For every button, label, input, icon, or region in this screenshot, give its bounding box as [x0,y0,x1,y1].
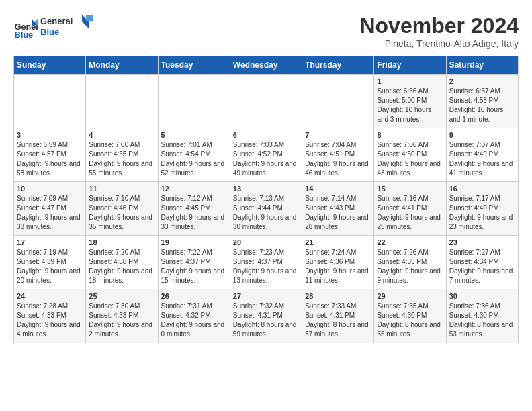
day-info: Sunrise: 7:24 AM Sunset: 4:36 PM Dayligh… [305,248,371,285]
calendar-cell [302,75,374,128]
calendar-cell [158,75,230,128]
day-number: 12 [161,185,227,193]
calendar-cell: 8Sunrise: 7:06 AM Sunset: 4:50 PM Daylig… [374,128,446,182]
location-subtitle: Pineta, Trentino-Alto Adige, Italy [359,38,519,49]
calendar-cell: 23Sunrise: 7:27 AM Sunset: 4:34 PM Dayli… [446,236,518,289]
day-number: 11 [89,185,154,193]
calendar-cell: 21Sunrise: 7:24 AM Sunset: 4:36 PM Dayli… [302,236,374,289]
day-info: Sunrise: 7:13 AM Sunset: 4:44 PM Dayligh… [233,194,299,232]
calendar-week-5: 24Sunrise: 7:28 AM Sunset: 4:33 PM Dayli… [14,289,519,343]
calendar-cell: 25Sunrise: 7:30 AM Sunset: 4:33 PM Dayli… [86,289,158,343]
day-header-monday: Monday [86,56,158,75]
day-info: Sunrise: 6:56 AM Sunset: 5:00 PM Dayligh… [377,87,443,124]
day-number: 1 [377,77,443,85]
day-number: 30 [449,292,515,300]
calendar-cell: 6Sunrise: 7:03 AM Sunset: 4:52 PM Daylig… [230,128,302,182]
calendar-cell: 4Sunrise: 7:00 AM Sunset: 4:55 PM Daylig… [86,128,158,182]
day-number: 22 [377,238,443,246]
day-info: Sunrise: 7:16 AM Sunset: 4:41 PM Dayligh… [377,194,443,232]
calendar-cell: 22Sunrise: 7:26 AM Sunset: 4:35 PM Dayli… [374,236,446,289]
day-header-saturday: Saturday [446,56,518,75]
day-number: 29 [377,292,443,300]
calendar-cell: 26Sunrise: 7:31 AM Sunset: 4:32 PM Dayli… [158,289,230,343]
day-info: Sunrise: 7:35 AM Sunset: 4:30 PM Dayligh… [377,302,443,339]
logo-icon: General Blue [13,16,38,40]
day-info: Sunrise: 7:28 AM Sunset: 4:33 PM Dayligh… [17,302,83,339]
day-info: Sunrise: 7:14 AM Sunset: 4:43 PM Dayligh… [305,194,371,232]
calendar-cell [230,75,302,128]
calendar-cell [14,75,86,128]
calendar-week-1: 1Sunrise: 6:56 AM Sunset: 5:00 PM Daylig… [14,75,519,128]
calendar-cell: 9Sunrise: 7:07 AM Sunset: 4:49 PM Daylig… [446,128,518,182]
day-number: 13 [233,185,299,193]
calendar-cell: 28Sunrise: 7:33 AM Sunset: 4:31 PM Dayli… [302,289,374,343]
calendar-cell: 7Sunrise: 7:04 AM Sunset: 4:51 PM Daylig… [302,128,374,182]
day-header-thursday: Thursday [302,56,374,75]
day-info: Sunrise: 7:03 AM Sunset: 4:52 PM Dayligh… [233,140,299,178]
day-info: Sunrise: 7:33 AM Sunset: 4:31 PM Dayligh… [305,302,371,339]
day-number: 24 [17,292,83,300]
day-info: Sunrise: 7:10 AM Sunset: 4:46 PM Dayligh… [89,194,154,232]
day-info: Sunrise: 7:07 AM Sunset: 4:49 PM Dayligh… [449,140,515,178]
calendar-cell: 1Sunrise: 6:56 AM Sunset: 5:00 PM Daylig… [374,75,446,128]
calendar-week-2: 3Sunrise: 6:59 AM Sunset: 4:57 PM Daylig… [14,128,519,182]
svg-marker-6 [86,15,93,21]
calendar-cell: 12Sunrise: 7:12 AM Sunset: 4:45 PM Dayli… [158,182,230,236]
day-number: 8 [377,131,443,139]
day-number: 14 [305,185,371,193]
calendar-cell: 14Sunrise: 7:14 AM Sunset: 4:43 PM Dayli… [302,182,374,236]
day-info: Sunrise: 7:17 AM Sunset: 4:40 PM Dayligh… [449,194,515,232]
day-number: 21 [305,238,371,246]
calendar-header-row: SundayMondayTuesdayWednesdayThursdayFrid… [14,56,519,75]
calendar-cell: 2Sunrise: 6:57 AM Sunset: 4:58 PM Daylig… [446,75,518,128]
calendar-cell: 18Sunrise: 7:20 AM Sunset: 4:38 PM Dayli… [86,236,158,289]
day-info: Sunrise: 7:01 AM Sunset: 4:54 PM Dayligh… [161,140,227,178]
day-number: 5 [161,131,227,139]
day-number: 4 [89,131,154,139]
calendar-cell: 16Sunrise: 7:17 AM Sunset: 4:40 PM Dayli… [446,182,518,236]
day-info: Sunrise: 7:00 AM Sunset: 4:55 PM Dayligh… [89,140,154,178]
calendar-cell: 20Sunrise: 7:23 AM Sunset: 4:37 PM Dayli… [230,236,302,289]
calendar-cell: 19Sunrise: 7:22 AM Sunset: 4:37 PM Dayli… [158,236,230,289]
day-number: 25 [89,292,154,300]
day-number: 10 [17,185,83,193]
svg-text:Blue: Blue [40,27,59,37]
day-info: Sunrise: 7:06 AM Sunset: 4:50 PM Dayligh… [377,140,443,178]
calendar-cell [86,75,158,128]
day-info: Sunrise: 7:32 AM Sunset: 4:31 PM Dayligh… [233,302,299,339]
day-info: Sunrise: 7:12 AM Sunset: 4:45 PM Dayligh… [161,194,227,232]
day-number: 6 [233,131,299,139]
day-number: 2 [449,77,515,85]
day-info: Sunrise: 7:30 AM Sunset: 4:33 PM Dayligh… [89,302,154,339]
day-number: 17 [17,238,83,246]
day-number: 7 [305,131,371,139]
day-info: Sunrise: 7:23 AM Sunset: 4:37 PM Dayligh… [233,248,299,285]
logo: General Blue General Blue [13,13,94,43]
day-info: Sunrise: 7:04 AM Sunset: 4:51 PM Dayligh… [305,140,371,178]
day-info: Sunrise: 7:22 AM Sunset: 4:37 PM Dayligh… [161,248,227,285]
calendar-cell: 24Sunrise: 7:28 AM Sunset: 4:33 PM Dayli… [14,289,86,343]
page-header: General Blue General Blue November 2024 … [13,13,519,49]
day-number: 18 [89,238,154,246]
day-info: Sunrise: 6:59 AM Sunset: 4:57 PM Dayligh… [17,140,83,178]
day-info: Sunrise: 7:31 AM Sunset: 4:32 PM Dayligh… [161,302,227,339]
calendar-cell: 17Sunrise: 7:19 AM Sunset: 4:39 PM Dayli… [14,236,86,289]
calendar-cell: 5Sunrise: 7:01 AM Sunset: 4:54 PM Daylig… [158,128,230,182]
calendar-table: SundayMondayTuesdayWednesdayThursdayFrid… [13,56,519,343]
svg-text:Blue: Blue [15,30,33,40]
day-number: 26 [161,292,227,300]
day-info: Sunrise: 7:36 AM Sunset: 4:30 PM Dayligh… [449,302,515,339]
day-info: Sunrise: 7:09 AM Sunset: 4:47 PM Dayligh… [17,194,83,232]
calendar-cell: 27Sunrise: 7:32 AM Sunset: 4:31 PM Dayli… [230,289,302,343]
day-info: Sunrise: 7:19 AM Sunset: 4:39 PM Dayligh… [17,248,83,285]
day-info: Sunrise: 7:20 AM Sunset: 4:38 PM Dayligh… [89,248,154,285]
day-number: 23 [449,238,515,246]
calendar-cell: 3Sunrise: 6:59 AM Sunset: 4:57 PM Daylig… [14,128,86,182]
logo-svg: General Blue [40,13,94,40]
month-title: November 2024 [359,13,519,38]
day-info: Sunrise: 7:27 AM Sunset: 4:34 PM Dayligh… [449,248,515,285]
calendar-cell: 30Sunrise: 7:36 AM Sunset: 4:30 PM Dayli… [446,289,518,343]
day-number: 3 [17,131,83,139]
day-header-sunday: Sunday [14,56,86,75]
day-number: 19 [161,238,227,246]
